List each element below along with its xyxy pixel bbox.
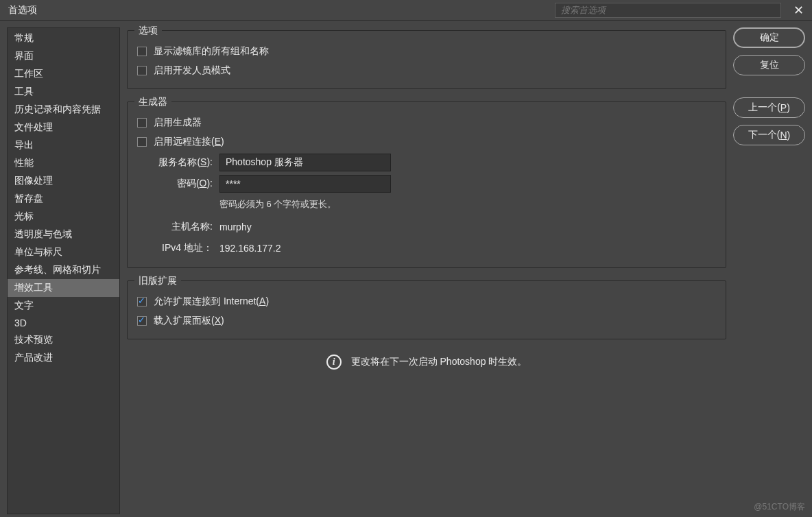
sidebar-item-2[interactable]: 工作区	[8, 65, 119, 83]
info-icon: i	[326, 354, 342, 370]
checkbox-load-panels[interactable]	[137, 316, 147, 326]
sidebar-item-0[interactable]: 常规	[8, 29, 119, 47]
sidebar-item-3[interactable]: 工具	[8, 83, 119, 101]
label-password: 密码(O):	[137, 178, 213, 190]
label-show-all-filter-groups: 显示滤镜库的所有组和名称	[154, 45, 269, 58]
checkbox-developer-mode[interactable]	[137, 66, 147, 75]
password-hint: 密码必须为 6 个字符或更长。	[219, 196, 716, 215]
sidebar-item-17[interactable]: 技术预览	[8, 331, 119, 349]
window-title: 首选项	[8, 4, 37, 16]
sidebar-item-12[interactable]: 单位与标尺	[8, 243, 119, 261]
label-load-panels: 载入扩展面板(X)	[154, 315, 224, 327]
value-ipv4: 192.168.177.2	[219, 243, 281, 254]
sidebar-item-9[interactable]: 暂存盘	[8, 190, 119, 208]
sidebar-item-15[interactable]: 文字	[8, 297, 119, 315]
group-title-options: 选项	[134, 25, 162, 37]
prev-button[interactable]: 上一个(P)	[733, 97, 805, 118]
info-text: 更改将在下一次启动 Photoshop 时生效。	[351, 356, 527, 368]
sidebar-item-6[interactable]: 导出	[8, 136, 119, 154]
value-hostname: murphy	[219, 221, 252, 232]
label-hostname: 主机名称:	[137, 221, 213, 233]
label-developer-mode: 启用开发人员模式	[154, 64, 230, 77]
group-legacy-extensions: 旧版扩展 允许扩展连接到 Internet(A) 载入扩展面板(X)	[127, 280, 726, 339]
sidebar-item-13[interactable]: 参考线、网格和切片	[8, 261, 119, 279]
ok-button[interactable]: 确定	[733, 27, 805, 48]
label-ipv4: IPv4 地址：	[137, 242, 213, 254]
sidebar-item-4[interactable]: 历史记录和内容凭据	[8, 101, 119, 119]
checkbox-show-all-filter-groups[interactable]	[137, 47, 147, 56]
sidebar-item-11[interactable]: 透明度与色域	[8, 226, 119, 243]
titlebar: 首选项 ✕	[0, 0, 812, 21]
content-area: 选项 显示滤镜库的所有组和名称 启用开发人员模式 生成器 启用生成器 启用远程连…	[127, 27, 726, 510]
group-title-legacy: 旧版扩展	[134, 275, 181, 287]
sidebar-item-16[interactable]: 3D	[8, 315, 119, 331]
group-title-generator: 生成器	[134, 96, 171, 108]
reset-button[interactable]: 复位	[733, 55, 805, 75]
sidebar-item-7[interactable]: 性能	[8, 154, 119, 172]
close-icon[interactable]: ✕	[793, 3, 804, 18]
sidebar-item-8[interactable]: 图像处理	[8, 172, 119, 190]
search-input[interactable]	[555, 3, 781, 18]
label-allow-internet: 允许扩展连接到 Internet(A)	[154, 296, 269, 308]
sidebar: 常规界面工作区工具历史记录和内容凭据文件处理导出性能图像处理暂存盘光标透明度与色…	[7, 27, 120, 514]
checkbox-enable-remote[interactable]	[137, 137, 147, 147]
label-enable-generator: 启用生成器	[154, 117, 202, 129]
watermark: @51CTO博客	[754, 501, 805, 513]
group-options: 选项 显示滤镜库的所有组和名称 启用开发人员模式	[127, 30, 726, 89]
label-enable-remote: 启用远程连接(E)	[154, 136, 224, 148]
group-generator: 生成器 启用生成器 启用远程连接(E) 服务名称(S): 密码(O): 密码必须…	[127, 101, 726, 268]
checkbox-allow-internet[interactable]	[137, 297, 147, 306]
button-column: 确定 复位 上一个(P) 下一个(N)	[733, 27, 805, 510]
sidebar-item-10[interactable]: 光标	[8, 208, 119, 226]
checkbox-enable-generator[interactable]	[137, 118, 147, 128]
label-service-name: 服务名称(S):	[137, 156, 213, 169]
sidebar-item-14[interactable]: 增效工具	[8, 279, 119, 297]
input-password[interactable]	[219, 175, 391, 193]
sidebar-item-5[interactable]: 文件处理	[8, 119, 119, 136]
sidebar-item-1[interactable]: 界面	[8, 47, 119, 65]
input-service-name[interactable]	[219, 154, 391, 171]
restart-info: i 更改将在下一次启动 Photoshop 时生效。	[127, 349, 726, 375]
sidebar-item-18[interactable]: 产品改进	[8, 349, 119, 367]
next-button[interactable]: 下一个(N)	[733, 125, 805, 145]
